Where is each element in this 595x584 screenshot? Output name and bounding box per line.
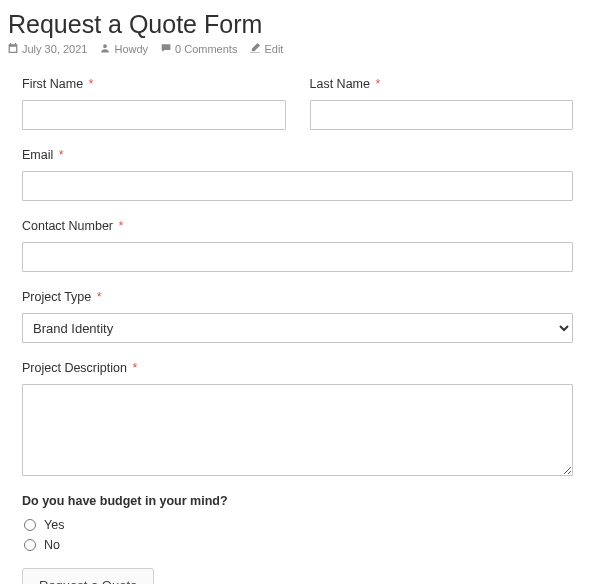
project-description-label: Project Description *: [22, 361, 573, 375]
budget-label: Do you have budget in your mind?: [22, 494, 573, 508]
email-field: Email *: [22, 148, 573, 201]
required-star: *: [375, 77, 380, 91]
meta-comments[interactable]: 0 Comments: [161, 43, 237, 55]
meta-edit-text: Edit: [264, 43, 283, 55]
budget-radio-yes[interactable]: [24, 519, 36, 531]
label-text: Contact Number: [22, 219, 113, 233]
submit-button[interactable]: Request a Quote: [22, 568, 154, 584]
edit-icon: [250, 43, 260, 55]
last-name-label: Last Name *: [310, 77, 574, 91]
meta-edit[interactable]: Edit: [250, 43, 283, 55]
contact-number-label: Contact Number *: [22, 219, 573, 233]
label-text: First Name: [22, 77, 83, 91]
option-label: Yes: [44, 518, 64, 532]
email-input[interactable]: [22, 171, 573, 201]
required-star: *: [59, 148, 64, 162]
required-star: *: [97, 290, 102, 304]
project-type-field: Project Type * Brand Identity: [22, 290, 573, 343]
required-star: *: [89, 77, 94, 91]
first-name-label: First Name *: [22, 77, 286, 91]
budget-option-yes[interactable]: Yes: [22, 518, 573, 532]
project-type-label: Project Type *: [22, 290, 573, 304]
first-name-field: First Name *: [22, 77, 286, 130]
project-description-input[interactable]: [22, 384, 573, 476]
required-star: *: [119, 219, 124, 233]
meta-date: July 30, 2021: [8, 43, 87, 55]
option-label: No: [44, 538, 60, 552]
label-text: Project Type: [22, 290, 91, 304]
contact-number-field: Contact Number *: [22, 219, 573, 272]
last-name-field: Last Name *: [310, 77, 574, 130]
page-title: Request a Quote Form: [8, 10, 587, 39]
budget-radio-no[interactable]: [24, 539, 36, 551]
quote-form: First Name * Last Name * Email * Contact…: [8, 73, 587, 584]
label-text: Email: [22, 148, 53, 162]
project-description-field: Project Description *: [22, 361, 573, 476]
name-row: First Name * Last Name *: [22, 77, 573, 130]
required-star: *: [132, 361, 137, 375]
comment-icon: [161, 43, 171, 55]
email-label: Email *: [22, 148, 573, 162]
budget-group: Do you have budget in your mind? Yes No: [22, 494, 573, 552]
contact-number-input[interactable]: [22, 242, 573, 272]
label-text: Last Name: [310, 77, 370, 91]
post-meta: July 30, 2021 Howdy 0 Comments Edit: [8, 43, 587, 55]
label-text: Project Description: [22, 361, 127, 375]
meta-date-text: July 30, 2021: [22, 43, 87, 55]
budget-option-no[interactable]: No: [22, 538, 573, 552]
meta-author[interactable]: Howdy: [100, 43, 148, 55]
project-type-select[interactable]: Brand Identity: [22, 313, 573, 343]
calendar-icon: [8, 43, 18, 55]
last-name-input[interactable]: [310, 100, 574, 130]
first-name-input[interactable]: [22, 100, 286, 130]
meta-author-text: Howdy: [114, 43, 148, 55]
meta-comments-text: 0 Comments: [175, 43, 237, 55]
user-icon: [100, 43, 110, 55]
